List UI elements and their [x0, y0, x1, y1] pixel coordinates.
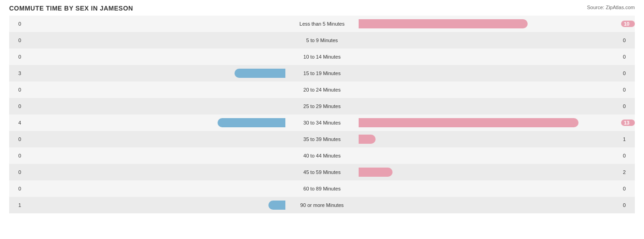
row-label: Less than 5 Minutes	[285, 21, 359, 27]
female-bar	[359, 19, 528, 28]
male-bar-container	[23, 118, 285, 128]
male-value: 0	[9, 87, 23, 92]
female-bar	[359, 135, 376, 144]
bars-center: 40 to 44 Minutes	[23, 147, 621, 164]
female-bar-container	[359, 184, 621, 194]
bars-center: 10 to 14 Minutes	[23, 49, 621, 65]
female-value: 0	[621, 54, 635, 60]
bars-center: 90 or more Minutes	[23, 197, 621, 213]
male-value: 0	[9, 169, 23, 175]
female-bar-container	[359, 85, 621, 95]
row-label: 15 to 19 Minutes	[285, 71, 359, 76]
male-bar-container	[23, 200, 285, 210]
row-label: 90 or more Minutes	[285, 202, 359, 208]
chart-area: 0 Less than 5 Minutes 10 0 5 to 9 Minute…	[9, 16, 635, 204]
male-value: 3	[9, 71, 23, 76]
female-value: 0	[621, 186, 635, 191]
chart-row: 0 45 to 59 Minutes 2	[9, 164, 635, 180]
row-label: 40 to 44 Minutes	[285, 153, 359, 158]
male-bar-container	[23, 35, 285, 45]
male-value: 4	[9, 120, 23, 125]
row-label: 20 to 24 Minutes	[285, 87, 359, 92]
female-value: 0	[621, 87, 635, 92]
male-bar	[268, 201, 285, 210]
male-value: 0	[9, 54, 23, 60]
female-value: 0	[621, 153, 635, 158]
female-bar-container	[359, 19, 621, 29]
female-value: 10	[621, 21, 635, 27]
male-bar-container	[23, 68, 285, 78]
bars-center: 60 to 89 Minutes	[23, 180, 621, 197]
male-bar-container	[23, 184, 285, 194]
bars-center: 45 to 59 Minutes	[23, 164, 621, 180]
source-label: Source: ZipAtlas.com	[587, 5, 635, 10]
bars-center: 30 to 34 Minutes	[23, 114, 621, 131]
row-label: 35 to 39 Minutes	[285, 136, 359, 142]
female-bar-container	[359, 52, 621, 62]
female-bar-container	[359, 134, 621, 144]
female-bar-container	[359, 200, 621, 210]
female-bar-container	[359, 151, 621, 161]
chart-row: 0 10 to 14 Minutes 0	[9, 49, 635, 65]
female-value: 13	[621, 120, 635, 126]
row-label: 25 to 29 Minutes	[285, 103, 359, 109]
chart-row: 4 30 to 34 Minutes 13	[9, 114, 635, 131]
chart-row: 1 90 or more Minutes 0	[9, 197, 635, 213]
female-value: 0	[621, 71, 635, 76]
chart-row: 0 20 to 24 Minutes 0	[9, 81, 635, 98]
male-bar-container	[23, 134, 285, 144]
male-bar-container	[23, 167, 285, 177]
female-bar-container	[359, 118, 621, 128]
female-bar	[359, 118, 579, 127]
female-value: 0	[621, 103, 635, 109]
chart-title: COMMUTE TIME BY SEX IN JAMESON	[9, 5, 635, 12]
chart-row: 0 5 to 9 Minutes 0	[9, 32, 635, 49]
male-bar-container	[23, 101, 285, 111]
chart-container: COMMUTE TIME BY SEX IN JAMESON Source: Z…	[0, 0, 644, 239]
row-label: 60 to 89 Minutes	[285, 186, 359, 191]
female-value: 2	[621, 169, 635, 175]
male-value: 0	[9, 186, 23, 191]
female-bar	[359, 168, 393, 177]
row-label: 30 to 34 Minutes	[285, 120, 359, 125]
male-value: 0	[9, 153, 23, 158]
male-value: 0	[9, 21, 23, 27]
row-label: 10 to 14 Minutes	[285, 54, 359, 60]
female-bar-container	[359, 101, 621, 111]
male-value: 1	[9, 202, 23, 208]
male-value: 0	[9, 38, 23, 43]
male-value: 0	[9, 136, 23, 142]
bars-center: 20 to 24 Minutes	[23, 81, 621, 98]
male-bar-container	[23, 19, 285, 29]
male-bar-container	[23, 151, 285, 161]
bars-center: 25 to 29 Minutes	[23, 98, 621, 114]
female-bar-container	[359, 167, 621, 177]
male-bar-container	[23, 52, 285, 62]
female-bar-container	[359, 68, 621, 78]
chart-row: 0 40 to 44 Minutes 0	[9, 147, 635, 164]
chart-row: 0 35 to 39 Minutes 1	[9, 131, 635, 147]
male-bar	[218, 118, 285, 127]
bars-center: 5 to 9 Minutes	[23, 32, 621, 49]
bars-center: 35 to 39 Minutes	[23, 131, 621, 147]
chart-row: 0 25 to 29 Minutes 0	[9, 98, 635, 114]
bars-center: Less than 5 Minutes	[23, 16, 621, 32]
female-bar-container	[359, 35, 621, 45]
female-value: 0	[621, 38, 635, 43]
male-value: 0	[9, 103, 23, 109]
chart-row: 0 Less than 5 Minutes 10	[9, 16, 635, 32]
row-label: 45 to 59 Minutes	[285, 169, 359, 175]
chart-row: 3 15 to 19 Minutes 0	[9, 65, 635, 81]
female-value: 0	[621, 202, 635, 208]
chart-row: 0 60 to 89 Minutes 0	[9, 180, 635, 197]
male-bar-container	[23, 85, 285, 95]
male-bar	[235, 69, 285, 78]
bars-center: 15 to 19 Minutes	[23, 65, 621, 81]
row-label: 5 to 9 Minutes	[285, 38, 359, 43]
female-value: 1	[621, 136, 635, 142]
